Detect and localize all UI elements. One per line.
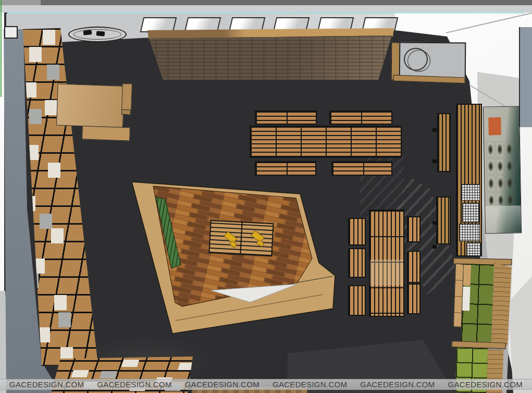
study-bench (348, 285, 366, 316)
study-bench (407, 216, 420, 242)
locker-grid-upper (461, 264, 494, 343)
watermark-text: GACEDESIGN.COM (448, 380, 523, 389)
mesh-basket (466, 242, 481, 256)
mesh-basket (459, 224, 480, 241)
shelf-cell (100, 371, 118, 378)
reading-table (329, 110, 392, 125)
artwork-motif (496, 175, 505, 191)
slat-screen (436, 197, 451, 244)
watermark-text: GACEDESIGN.COM (9, 380, 84, 389)
watermark-text: GACEDESIGN.COM (360, 380, 435, 389)
study-bench (348, 248, 366, 278)
artwork-motif (486, 141, 495, 157)
artwork-mist (485, 205, 522, 234)
slat-screen (437, 113, 451, 172)
reading-table-long (250, 126, 402, 158)
study-bench (407, 251, 420, 283)
locker-unit (449, 256, 514, 393)
interior-render-scene: GACEDESIGN.COM GACEDESIGN.COM GACEDESIGN… (0, 0, 532, 393)
artwork-motif (505, 158, 514, 174)
watermark-text: GACEDESIGN.COM (273, 380, 347, 389)
study-bench (407, 284, 420, 314)
slat-screen-tall (456, 104, 482, 256)
reading-table (255, 110, 317, 125)
artwork-poster (483, 106, 522, 234)
watermark-text: GACEDESIGN.COM (97, 380, 171, 389)
artwork-motif (496, 141, 504, 157)
shelf-cell (121, 360, 140, 367)
watermark-text: GACEDESIGN.COM (185, 380, 259, 389)
locker-cell-white (462, 287, 471, 311)
artwork-motif (505, 141, 514, 157)
watermark-bar: GACEDESIGN.COM GACEDESIGN.COM GACEDESIGN… (0, 379, 532, 390)
mesh-basket (461, 184, 480, 201)
locker-wood-side (491, 263, 512, 346)
artwork-motif-grid (486, 141, 514, 208)
artwork-motif (487, 175, 496, 191)
screen-bracket (432, 245, 437, 249)
screen-bracket (432, 159, 437, 163)
shelf-cell (71, 370, 89, 377)
reading-table (255, 161, 316, 176)
reading-table (331, 161, 392, 176)
study-bench (348, 218, 366, 245)
artwork-motif (496, 158, 505, 174)
screen-bracket (432, 128, 437, 132)
artwork-motif (505, 175, 514, 191)
artwork-motif (487, 158, 496, 175)
artwork-orange-seal (488, 117, 501, 135)
table-light-patch (370, 260, 403, 286)
locker-cell-tan (463, 265, 471, 286)
mesh-basket (462, 203, 479, 223)
